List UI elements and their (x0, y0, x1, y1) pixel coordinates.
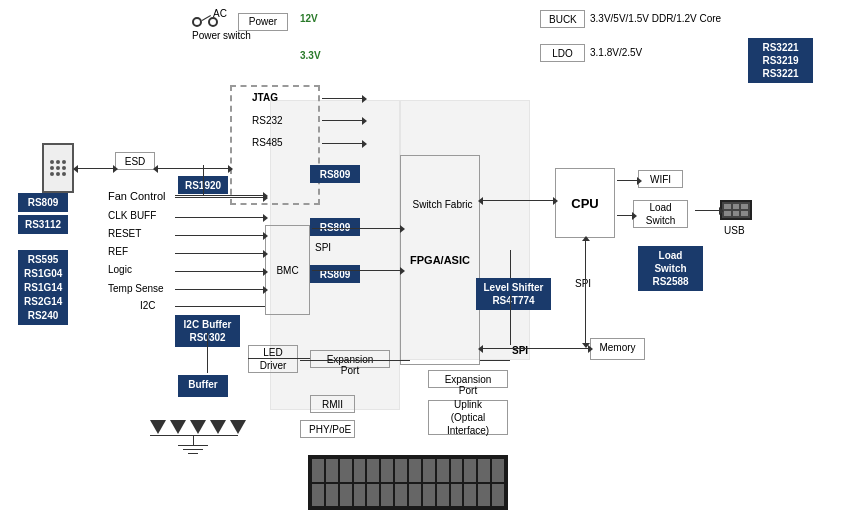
rs240-box: RS240 (18, 306, 68, 325)
logic-label: Logic (108, 264, 132, 275)
fan-control-to-bmc (175, 195, 263, 196)
cpu-loadswitch-line (617, 215, 632, 216)
jtag-label: JTAG (252, 92, 278, 103)
load-switch-box: Load Switch (633, 200, 688, 228)
bmc-to-fpga-arrow1 (312, 228, 400, 229)
v33-label: 3.3V (300, 50, 321, 61)
esd-box: ESD (115, 152, 155, 170)
temp-sense-label: Temp Sense (108, 283, 164, 294)
usb-connector (720, 200, 752, 220)
led-group (150, 420, 246, 434)
cpu-box: CPU (555, 168, 615, 238)
i2c-label: I2C (140, 300, 156, 311)
spi-memory-line (480, 348, 590, 349)
conn-esd-line (75, 168, 115, 169)
rs485-arrow (322, 143, 362, 144)
rs809-box2: RS809 (310, 265, 360, 283)
ref-arrow (175, 253, 263, 254)
spi-label2: SPI (512, 345, 528, 356)
cpu-wifi-line (617, 180, 637, 181)
esd-to-group (155, 168, 230, 169)
fan-arrow (175, 197, 263, 198)
reset-label: RESET (108, 228, 141, 239)
level-shifter-box: Level Shifter RS4T774 (476, 278, 551, 310)
bmc-box: BMC (265, 225, 310, 315)
rs3221-box: RS3221 RS3219 RS3221 (748, 38, 813, 83)
exp-port-line2 (480, 360, 510, 361)
memory-box: Memory (590, 338, 645, 360)
rs3112-box: RS3112 (18, 215, 68, 234)
ground-vline (193, 435, 194, 445)
ground-line2 (178, 445, 208, 446)
led-driver-line (248, 358, 310, 359)
cpu-spi-vline (585, 238, 586, 346)
block-diagram: { "title": "Fan Control Block Diagram", … (0, 0, 862, 520)
level-shifter-vline2 (510, 295, 511, 345)
expansion-port1-box: Expansion Port (310, 350, 390, 368)
spi-label3: SPI (575, 278, 591, 289)
rs809-left-box: RS809 (18, 193, 68, 212)
wifi-box: WIFI (638, 170, 683, 188)
reset-arrow (175, 235, 263, 236)
phy-poe-box: PHY/PoE (300, 420, 355, 438)
ref-label: REF (108, 246, 128, 257)
ground-line3 (183, 449, 203, 450)
ldo-voltage-label: 3.1.8V/2.5V (590, 47, 642, 58)
temp-arrow (175, 289, 263, 290)
clk-arrow (175, 217, 263, 218)
rmii-box: RMII (310, 395, 355, 413)
bottom-connector (308, 455, 508, 510)
fan-control-label: Fan Control (108, 190, 165, 202)
rs232-label: RS232 (252, 115, 283, 126)
buffer-box: Buffer (178, 375, 228, 397)
rs1920-vline (203, 165, 204, 195)
led-driver-box: LED Driver (248, 345, 298, 373)
i2c-buffer-vline (207, 333, 208, 373)
buck-box: BUCK (540, 10, 585, 28)
logic-arrow (175, 271, 263, 272)
switch-fabric-label: Switch Fabric (405, 198, 480, 212)
ground-line4 (188, 453, 198, 454)
ground-line (150, 435, 238, 436)
cpu-usb-line (695, 210, 719, 211)
v12-label: 12V (300, 13, 318, 24)
load-switch-rs2588-box: Load Switch RS2588 (638, 246, 703, 291)
core-voltage-label: 3.3V/5V/1.5V DDR/1.2V Core (590, 13, 721, 24)
power-box: Power (238, 13, 288, 31)
fabric-cpu-line (480, 200, 555, 201)
spi-label1: SPI (315, 242, 331, 253)
db9-connector (42, 143, 74, 193)
fpga-box: FPGA/ASIC (400, 155, 480, 365)
rs809-box3: RS809 (310, 165, 360, 183)
rs232-arrow (322, 120, 362, 121)
ldo-box: LDO (540, 44, 585, 62)
power-switch-label: Power switch (192, 30, 251, 41)
level-shifter-vline1 (510, 250, 511, 278)
bmc-to-fpga-arrow2 (312, 270, 400, 271)
i2c-line (175, 306, 265, 307)
rs809-box1: RS809 (310, 218, 360, 236)
rs485-label: RS485 (252, 137, 283, 148)
usb-label: USB (724, 225, 745, 236)
clk-buff-label: CLK BUFF (108, 210, 156, 221)
uplink-box: Uplink (Optical Interface) (428, 400, 508, 435)
ac-label: AC (213, 8, 227, 19)
jtag-arrow (322, 98, 362, 99)
exp-port-line1 (300, 360, 410, 361)
expansion-port2-box: Expansion Port (428, 370, 508, 388)
